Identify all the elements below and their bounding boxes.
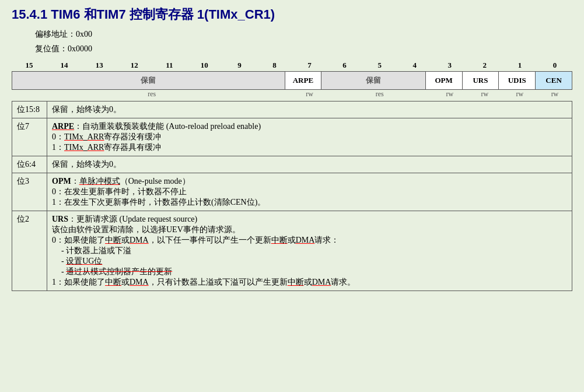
urs-1-line: 1：如果使能了中断或DMA，只有计数器上溢或下溢可以产生更新中断或DMA请求。 (52, 278, 355, 286)
urs-0-line: 0：如果使能了中断或DMA，以下任一事件可以产生一个更新中断或DMA请求： (52, 236, 339, 244)
register-table-wrapper: 15 14 13 12 11 10 9 8 7 6 5 4 3 2 1 0 保留… (12, 61, 572, 291)
urs-0-sub1: - 计数器上溢或下溢 (61, 246, 131, 255)
register-row: 保留 ARPE 保留 OPM URS UDIS CEN (12, 71, 572, 90)
rw-bits-3: rw (432, 90, 467, 99)
rw-bits-7: rw (292, 90, 327, 99)
urs-desc2: 该位由软件设置和清除，以选择UEV事件的请求源。 (52, 225, 240, 234)
page-title: 15.4.1 TIM6 和TIM7 控制寄存器 1(TIMx_CR1) (12, 6, 572, 23)
urs-0-sub3: - 通过从模式控制器产生的更新 (61, 267, 172, 276)
rw-bits-1: rw (502, 90, 537, 99)
meta-section: 偏移地址：0x00 复位值：0x0000 (35, 27, 572, 56)
desc-row-7: 位7 ARPE：自动重装载预装载使能 (Auto-reload preload … (12, 118, 572, 156)
bit-desc-3: OPM：单脉冲模式（One-pulse mode） 0：在发生更新事件时，计数器… (47, 173, 572, 211)
description-table: 位15:8 保留，始终读为0。 位7 ARPE：自动重装载预装载使能 (Auto… (12, 101, 572, 291)
rw-bits-2: rw (467, 90, 502, 99)
cell-opm: OPM (426, 72, 463, 89)
bit-4: 4 (397, 61, 432, 70)
bit-0: 0 (537, 61, 572, 70)
reset-label: 复位值：0x0000 (35, 41, 572, 56)
desc-row-15-8: 位15:8 保留，始终读为0。 (12, 102, 572, 118)
cell-arpe: ARPE (285, 72, 322, 89)
bit-10: 10 (187, 61, 222, 70)
opm-mode-text: 单脉冲模式 (79, 177, 120, 186)
urs-desc-text: ：更新请求源 (Update request source) (68, 215, 197, 223)
opm-0-line: 0：在发生更新事件时，计数器不停止 (52, 187, 187, 196)
bit-8: 8 (257, 61, 292, 70)
desc-row-3: 位3 OPM：单脉冲模式（One-pulse mode） 0：在发生更新事件时，… (12, 173, 572, 211)
bit-11: 11 (152, 61, 187, 70)
bit-desc-7: ARPE：自动重装载预装载使能 (Auto-reload preload ena… (47, 118, 572, 156)
bit-5: 5 (362, 61, 397, 70)
arpe-label: ARPE (52, 122, 74, 131)
rw-bits-0: rw (537, 90, 572, 99)
bit-6: 6 (327, 61, 362, 70)
bit-12: 12 (117, 61, 152, 70)
bit-numbers-row: 15 14 13 12 11 10 9 8 7 6 5 4 3 2 1 0 (12, 61, 572, 70)
desc-row-6-4: 位6:4 保留，始终读为0。 (12, 156, 572, 173)
bit-14: 14 (47, 61, 82, 70)
bit-3: 3 (432, 61, 467, 70)
cell-udis: UDIS (499, 72, 536, 89)
rw-bits-6-4: res (327, 90, 432, 99)
bit-9: 9 (222, 61, 257, 70)
bit-13: 13 (82, 61, 117, 70)
opm-colon: ： (71, 177, 79, 186)
bit-2: 2 (467, 61, 502, 70)
arpe-0-line: 0：TIMx_ARR寄存器没有缓冲 (52, 132, 161, 141)
urs-label: URS (52, 215, 68, 223)
bit-label-2: 位2 (12, 211, 47, 291)
bit-label-15-8: 位15:8 (12, 102, 47, 118)
cell-urs: URS (463, 72, 499, 89)
urs-0-sub2: - 设置UG位 (61, 257, 102, 265)
offset-label: 偏移地址：0x00 (35, 27, 572, 41)
arpe-1-line: 1：TIMx_ARR寄存器具有缓冲 (52, 143, 161, 152)
bit-desc-2: URS：更新请求源 (Update request source) 该位由软件设… (47, 211, 572, 291)
cell-reserved-6-4: 保留 (321, 72, 425, 89)
rw-bits-15-8: res (12, 90, 292, 99)
bit-1: 1 (502, 61, 537, 70)
bit-desc-6-4: 保留，始终读为0。 (47, 156, 572, 173)
bit-label-3: 位3 (12, 173, 47, 211)
opm-1-line: 1：在发生下次更新事件时，计数器停止计数(清除CEN位)。 (52, 198, 265, 206)
arpe-desc-text: ：自动重装载预装载使能 (Auto-reload preload enable) (74, 122, 261, 131)
cell-reserved-15-8: 保留 (12, 72, 285, 89)
bit-15: 15 (12, 61, 47, 70)
opm-en-text: （One-pulse mode） (120, 177, 190, 186)
bit-7: 7 (292, 61, 327, 70)
bit-label-7: 位7 (12, 118, 47, 156)
desc-row-2: 位2 URS：更新请求源 (Update request source) 该位由… (12, 211, 572, 291)
opm-label: OPM (52, 177, 71, 186)
bit-label-6-4: 位6:4 (12, 156, 47, 173)
bit-desc-15-8: 保留，始终读为0。 (47, 102, 572, 118)
cell-cen: CEN (536, 72, 572, 89)
page-container: 15.4.1 TIM6 和TIM7 控制寄存器 1(TIMx_CR1) 偏移地址… (0, 0, 584, 297)
rw-row: res rw res rw rw rw rw (12, 90, 572, 99)
